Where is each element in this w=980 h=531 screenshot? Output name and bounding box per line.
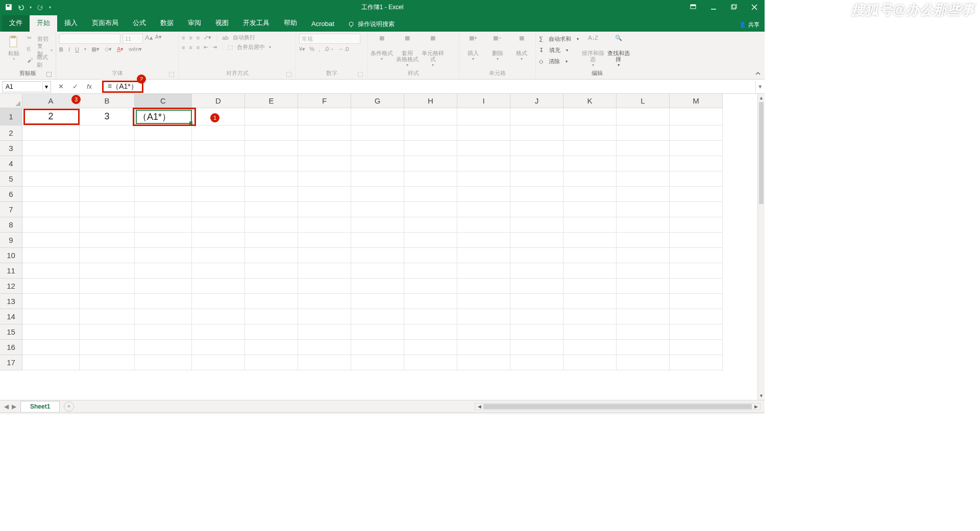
cell-I3[interactable] <box>457 141 510 156</box>
cell-D3[interactable] <box>192 141 245 156</box>
cell-I6[interactable] <box>457 187 510 202</box>
cell-D10[interactable] <box>192 248 245 263</box>
cell-K9[interactable] <box>564 233 617 248</box>
row-header-9[interactable]: 9 <box>0 233 22 248</box>
cell-H3[interactable] <box>404 141 457 156</box>
indent-increase-icon[interactable]: ⇥ <box>212 44 217 50</box>
row-header-2[interactable]: 2 <box>0 125 22 141</box>
conditional-format-button[interactable]: ▦条件格式▾ <box>371 34 393 62</box>
cell-I5[interactable] <box>457 171 510 187</box>
cell-E7[interactable] <box>245 202 298 217</box>
cell-D8[interactable] <box>192 217 245 233</box>
cell-J15[interactable] <box>510 324 564 340</box>
cell-M13[interactable] <box>670 294 723 309</box>
scroll-down-icon[interactable]: ▼ <box>758 392 765 400</box>
cell-D6[interactable] <box>192 187 245 202</box>
cell-H17[interactable] <box>404 355 457 370</box>
cell-G11[interactable] <box>351 263 404 279</box>
expand-formula-bar-icon[interactable]: ▾ <box>755 81 765 92</box>
cell-K17[interactable] <box>564 355 617 370</box>
cell-A1[interactable]: 2 <box>22 108 80 125</box>
cell-E1[interactable] <box>245 108 298 125</box>
cell-J10[interactable] <box>510 248 564 263</box>
number-format-select[interactable]: 常规 <box>299 34 360 44</box>
align-right-icon[interactable]: ≡ <box>197 44 200 50</box>
row-header-5[interactable]: 5 <box>0 171 22 187</box>
cell-I4[interactable] <box>457 156 510 171</box>
cell-L16[interactable] <box>617 340 670 355</box>
name-box[interactable]: A1 ▾ <box>2 81 51 92</box>
select-all-corner[interactable] <box>0 94 22 108</box>
cell-M5[interactable] <box>670 171 723 187</box>
cell-K16[interactable] <box>564 340 617 355</box>
row-header-16[interactable]: 16 <box>0 340 22 355</box>
cell-C3[interactable] <box>135 141 192 156</box>
row-header-17[interactable]: 17 <box>0 355 22 370</box>
cell-G8[interactable] <box>351 217 404 233</box>
cell-M2[interactable] <box>670 125 723 141</box>
cell-F10[interactable] <box>298 248 351 263</box>
cell-B16[interactable] <box>80 340 135 355</box>
cell-F15[interactable] <box>298 324 351 340</box>
cell-G15[interactable] <box>351 324 404 340</box>
cell-J17[interactable] <box>510 355 564 370</box>
dialog-launcher-icon[interactable] <box>46 72 52 77</box>
cell-C11[interactable] <box>135 263 192 279</box>
cell-A12[interactable] <box>22 279 80 294</box>
cell-G4[interactable] <box>351 156 404 171</box>
cell-C15[interactable] <box>135 324 192 340</box>
cell-C9[interactable] <box>135 233 192 248</box>
cell-C6[interactable] <box>135 187 192 202</box>
col-header-K[interactable]: K <box>564 94 617 108</box>
cell-I2[interactable] <box>457 125 510 141</box>
sheet-tab-active[interactable]: Sheet1 <box>20 401 60 412</box>
cell-F17[interactable] <box>298 355 351 370</box>
cell-H7[interactable] <box>404 202 457 217</box>
cell-B11[interactable] <box>80 263 135 279</box>
cell-F14[interactable] <box>298 309 351 324</box>
fill-button[interactable]: ↧ 填充 ▾ <box>539 45 579 55</box>
cell-E14[interactable] <box>245 309 298 324</box>
view-page-layout-icon[interactable] <box>640 414 652 415</box>
vertical-scrollbar[interactable]: ▲ ▼ <box>757 94 765 400</box>
cell-F7[interactable] <box>298 202 351 217</box>
cell-M11[interactable] <box>670 263 723 279</box>
row-header-10[interactable]: 10 <box>0 248 22 263</box>
cell-B8[interactable] <box>80 217 135 233</box>
view-page-break-icon[interactable] <box>655 414 668 415</box>
row-header-1[interactable]: 1 <box>0 108 22 125</box>
dialog-launcher-icon[interactable] <box>358 72 363 77</box>
cell-K1[interactable] <box>564 108 617 125</box>
cell-D14[interactable] <box>192 309 245 324</box>
row-header-15[interactable]: 15 <box>0 324 22 340</box>
cell-F8[interactable] <box>298 217 351 233</box>
col-header-D[interactable]: D <box>192 94 245 108</box>
orientation-icon[interactable]: ⤢▾ <box>204 34 211 41</box>
indent-decrease-icon[interactable]: ⇤ <box>204 44 208 50</box>
row-header-11[interactable]: 11 <box>0 263 22 279</box>
undo-icon[interactable] <box>17 4 24 11</box>
cell-F11[interactable] <box>298 263 351 279</box>
scroll-left-icon[interactable]: ◀ <box>475 403 483 410</box>
fx-icon[interactable]: fx <box>85 83 94 90</box>
close-icon[interactable] <box>744 0 765 14</box>
cell-B2[interactable] <box>80 125 135 141</box>
align-center-icon[interactable]: ≡ <box>189 44 192 50</box>
cell-A10[interactable] <box>22 248 80 263</box>
cell-H16[interactable] <box>404 340 457 355</box>
clear-button[interactable]: ◇ 清除 ▾ <box>539 56 579 66</box>
cell-A16[interactable] <box>22 340 80 355</box>
cell-E15[interactable] <box>245 324 298 340</box>
align-middle-icon[interactable]: ≡ <box>189 35 192 41</box>
cell-I11[interactable] <box>457 263 510 279</box>
cell-D7[interactable] <box>192 202 245 217</box>
cell-H9[interactable] <box>404 233 457 248</box>
cell-A3[interactable] <box>22 141 80 156</box>
border-button[interactable]: ▦▾ <box>91 46 100 53</box>
cell-H11[interactable] <box>404 263 457 279</box>
cell-C8[interactable] <box>135 217 192 233</box>
cell-D4[interactable] <box>192 156 245 171</box>
cell-D17[interactable] <box>192 355 245 370</box>
cell-A7[interactable] <box>22 202 80 217</box>
cell-M4[interactable] <box>670 156 723 171</box>
